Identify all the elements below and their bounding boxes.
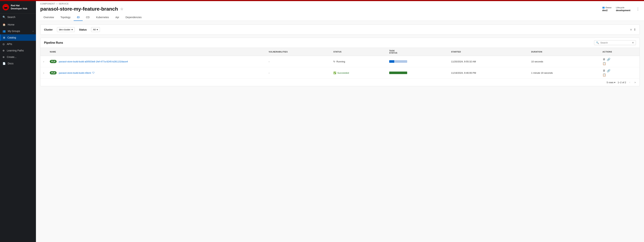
th-vulnerabilities: VULNERABILITIES [266, 48, 330, 56]
prev-page-button[interactable]: ‹ [628, 80, 631, 84]
tab-dependencies[interactable]: Dependencies [122, 14, 145, 21]
sidebar-item-label: Create... [7, 56, 16, 58]
vulnerabilities-cell: - [266, 67, 330, 79]
pipeline-runs-title: Pipeline Runs [44, 41, 63, 44]
check-icon: ✅ [333, 72, 336, 74]
task-bar [389, 72, 407, 74]
row-expander-icon[interactable]: › [43, 72, 44, 74]
th-expander [40, 48, 47, 56]
main-content: COMPONENT — SERVICE parasol-store-my-fea… [36, 0, 644, 242]
cluster-value: dev-cluster [59, 28, 70, 31]
sidebar-item-create[interactable]: ⊕ Create... [0, 54, 36, 60]
started-cell: 11/20/2024, 9:55:32 AM [448, 56, 528, 67]
doc-icon: 📄 [2, 62, 6, 65]
duration-cell: 1 minute 19 seconds [528, 67, 600, 79]
more-options-button[interactable]: ⋮ [636, 7, 640, 11]
sbom-icon[interactable]: 📋 [602, 62, 606, 65]
task-bar-segment [389, 60, 394, 63]
tab-topology[interactable]: Topology [57, 14, 74, 21]
tab-kubernetes[interactable]: Kubernetes [93, 14, 112, 21]
link-icon[interactable]: 🔗 [607, 58, 610, 61]
filter-left: Cluster dev-cluster ▾ Status All ▾ [44, 27, 100, 32]
status-select[interactable]: All ▾ [91, 27, 100, 32]
plr-badge: PLR [50, 71, 56, 74]
pipeline-search-box[interactable]: 🔍 ✕ [594, 40, 636, 45]
search-icon-pipeline: 🔍 [596, 41, 599, 44]
pagination-bar: 5 rows ▾ 1–2 of 2 ‹ › [40, 78, 640, 86]
pagination-range: 1–2 of 2 [618, 81, 626, 84]
logo-text: Red Hat [11, 4, 27, 7]
rows-per-page-select[interactable]: 5 rows ▾ [606, 81, 616, 84]
sidebar-item-learning-paths[interactable]: ⊕ Learning Paths [0, 47, 36, 54]
actions-cell: 🖥 🔗 📋 [600, 56, 640, 67]
sidebar-item-catalog[interactable]: ⊞ Catalog [0, 34, 36, 41]
content-area: Cluster dev-cluster ▾ Status All ▾ ⤫ ⇕ P… [36, 21, 644, 242]
th-task-status: TASKSTATUS [386, 48, 448, 56]
tab-cd[interactable]: CD [83, 14, 93, 21]
expand-icon[interactable]: ⇕ [634, 28, 636, 31]
api-icon: ◎ [2, 43, 5, 46]
sidebar-item-label: My Groups [8, 30, 20, 33]
pipeline-run-name[interactable]: parasol-store-build-build-a00503e8-1fef-… [59, 60, 128, 63]
filter-controls: ⤫ ⇕ [630, 28, 636, 31]
sidebar-item-label: Home [8, 23, 14, 26]
search-button[interactable]: 🔍 Search [0, 14, 36, 21]
status-value: All [93, 28, 96, 31]
sidebar-item-docs[interactable]: 📄 Docs [0, 60, 36, 67]
pipeline-runs-card: Pipeline Runs 🔍 ✕ NAME VULNERABILITIES S… [40, 38, 640, 86]
view-logs-icon[interactable]: 🖥 [602, 69, 605, 73]
search-label: Search [7, 16, 15, 19]
grid-icon: ⊞ [3, 36, 5, 39]
pipeline-run-name[interactable]: parasol-store-build-build-n5bml [59, 72, 91, 74]
row-expander-icon[interactable]: › [43, 60, 44, 63]
page-header: parasol-store-my-feature-branch ☆ 👥 Owne… [40, 6, 640, 12]
pipeline-search-input[interactable] [600, 41, 630, 44]
th-actions: ACTIONS [600, 48, 640, 56]
sidebar-item-label: Catalog [7, 36, 16, 39]
action-icons: 🖥 🔗 📋 [602, 69, 637, 77]
lifecycle-value: development [616, 9, 630, 12]
page-title: parasol-store-my-feature-branch [40, 6, 118, 12]
tab-api[interactable]: Api [112, 14, 122, 21]
th-status: STATUS [330, 48, 386, 56]
th-started: STARTED [448, 48, 528, 56]
th-name: NAME [47, 48, 266, 56]
view-logs-icon[interactable]: 🖥 [602, 58, 605, 61]
action-row-top: 🖥 🔗 [602, 58, 637, 61]
next-page-button[interactable]: › [634, 80, 637, 84]
svg-point-1 [4, 7, 8, 9]
logo-text-line2: Developer Hub [11, 7, 27, 10]
owner-value: dev2 [602, 9, 612, 12]
clear-search-icon[interactable]: ✕ [632, 41, 634, 44]
cluster-select[interactable]: dev-cluster ▾ [57, 27, 75, 32]
chevron-down-icon-status: ▾ [97, 28, 98, 31]
tab-overview[interactable]: Overview [40, 14, 57, 21]
sidebar-item-my-groups[interactable]: 👥 My Groups › [0, 28, 36, 34]
sidebar-item-apis[interactable]: ◎ APIs [0, 41, 36, 47]
star-icon[interactable]: ☆ [120, 7, 124, 11]
table-row: › PLR parasol-store-build-build-a00503e8… [40, 56, 640, 67]
status-label: Status [79, 28, 87, 31]
sbom-icon[interactable]: 📋 [602, 73, 606, 77]
owner-label: 👥 Owner [602, 6, 612, 9]
started-cell: 11/19/2024, 9:46:06 PM [448, 67, 528, 79]
status-succeeded: ✅ Succeeded [333, 72, 384, 74]
path-icon: ⊕ [2, 49, 5, 52]
link-icon[interactable]: 🔗 [607, 69, 610, 73]
task-status-cell [386, 56, 448, 67]
filter-bar: Cluster dev-cluster ▾ Status All ▾ ⤫ ⇕ [40, 25, 640, 35]
tab-ci[interactable]: CI [74, 14, 83, 21]
users-icon: 👥 [2, 30, 6, 33]
spin-icon: ↻ [333, 60, 335, 63]
sidebar-item-home[interactable]: 🏠 Home [0, 21, 36, 28]
collapse-icon[interactable]: ⤫ [630, 28, 632, 31]
table-row: › PLR parasol-store-build-build-n5bml 🛡 … [40, 67, 640, 79]
th-duration: DURATION [528, 48, 600, 56]
task-bar-segment [395, 60, 407, 63]
task-bar-segment [389, 72, 407, 74]
name-cell: PLR parasol-store-build-build-a00503e8-1… [50, 60, 263, 63]
chevron-down-icon-rows: ▾ [614, 81, 616, 84]
action-row-top: 🖥 🔗 [602, 69, 637, 73]
page-title-row: parasol-store-my-feature-branch ☆ [40, 6, 124, 12]
chevron-down-icon: ▾ [72, 28, 73, 31]
